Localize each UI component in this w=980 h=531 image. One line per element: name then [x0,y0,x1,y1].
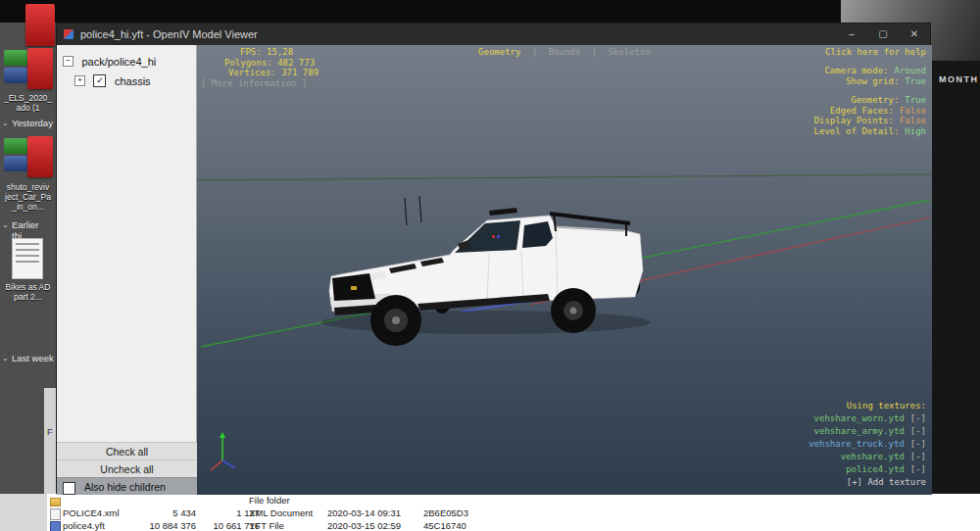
separator: | [592,47,597,57]
background-window-edge: F N [44,388,56,494]
desktop-item-label[interactable]: Bikes as AD [0,282,56,292]
check-all-button[interactable]: Check all [57,442,197,459]
tree-root-label: pack/police4_hi [81,56,156,68]
model-tree-panel: − pack/police4_hi + ✓ chassis Check all … [57,45,197,495]
more-information-link[interactable]: [ More information ] [201,78,318,89]
setting-geometry[interactable]: Geometry:True [814,95,926,106]
polygons-counter: Polygons: 482 773 [224,58,318,69]
tree-root-row[interactable]: − pack/police4_hi [63,52,156,70]
vertices-counter: Vertices: 371 789 [228,68,318,78]
table-row[interactable]: POLICE4.xml 5 434 1 127 XML Document 202… [47,507,980,519]
remove-texture-icon[interactable]: [-] [910,426,926,436]
file-type: XML Document [249,507,313,518]
camera-mode-line: Camera mode:Around [824,66,926,76]
desktop-item-label[interactable]: _ELS_2020_ [0,93,56,103]
3d-viewport[interactable]: FPS: 15,28 Polygons: 482 773 Vertices: 3… [197,45,932,495]
texture-item[interactable]: police4.ytd[-] [808,463,926,476]
axes-gizmo-icon [205,430,240,473]
tree-item-chassis[interactable]: + ✓ chassis [74,72,151,89]
window-titlebar[interactable]: police4_hi.yft - OpenIV Model Viewer – ▢… [57,24,930,45]
close-button[interactable]: ✕ [899,24,930,45]
chevron-down-icon[interactable]: ⌄ [2,119,9,127]
help-link[interactable]: Click here for help [825,47,926,58]
archive-icon[interactable] [4,68,27,83]
texture-item[interactable]: vehshare_worn.ytd[-] [808,412,926,425]
file-hash: 45C16740 [423,520,466,531]
chevron-down-icon[interactable]: ⌄ [2,220,9,229]
maximize-button[interactable]: ▢ [867,24,899,45]
archive-icon[interactable] [25,4,55,46]
archive-icon[interactable] [4,138,27,154]
taskbar-strip [0,0,980,23]
render-settings: Geometry:True Edged Faces:False Display … [814,95,926,136]
file-date: 2020-03-15 02:59 [327,520,401,531]
uncheck-all-button[interactable]: Uncheck all [57,459,197,477]
background-panel [931,23,980,531]
show-grid-line: Show grid:True [824,76,926,87]
remove-texture-icon[interactable]: [-] [910,413,926,423]
desktop-item-label[interactable]: ject_Car_Pa [0,192,56,202]
separator: | [532,47,537,57]
setting-display-points[interactable]: Display Points:False [814,116,926,126]
texture-list: Using textures: vehshare_worn.ytd[-] veh… [808,400,926,489]
view-mode-tabs: Geometry | Bounds | Skeleton [197,47,932,58]
section-header-lastweek[interactable]: Last week [12,353,54,363]
setting-edged-faces[interactable]: Edged Faces:False [814,106,926,117]
desktop-item-label[interactable]: _in_on... [0,202,56,212]
section-header-yesterday[interactable]: Yesterday [12,118,53,128]
month-label: MONTH [939,74,979,84]
window-title: police4_hi.yft - OpenIV Model Viewer [80,28,258,40]
file-name: police4.yft [63,520,105,531]
expand-icon[interactable]: + [74,75,85,86]
table-row-folder[interactable]: File folder [47,494,980,507]
archive-icon[interactable] [27,136,53,177]
collapse-icon[interactable]: − [63,56,74,67]
also-hide-checkbox[interactable] [63,482,75,495]
tree-item-label: chassis [115,75,151,87]
partial-text: F [47,427,53,437]
desktop-item-label[interactable]: ado (1 [0,103,56,113]
add-texture-button[interactable]: [+] Add texture [808,476,926,489]
file-list-panel: File folder POLICE4.xml 5 434 1 127 XML … [0,494,980,531]
file-date: 2020-03-14 09:31 [327,507,401,518]
texture-item[interactable]: vehshare_army.ytd[-] [808,425,926,438]
file-type: File folder [249,495,290,506]
yft-file-icon [50,521,61,531]
remove-texture-icon[interactable]: [-] [910,452,926,461]
also-hide-children-row[interactable]: Also hide children [57,477,197,495]
table-row[interactable]: police4.yft 10 884 376 10 661 716 YFT Fi… [47,519,980,531]
remove-texture-icon[interactable]: [-] [910,464,926,474]
texture-item[interactable]: vehshare.ytd[-] [808,451,926,463]
tab-skeleton[interactable]: Skeleton [609,47,651,57]
file-size: 10 884 376 [137,520,196,531]
file-name: POLICE4.xml [63,507,120,518]
chevron-down-icon[interactable]: ⌄ [2,354,9,362]
also-hide-label: Also hide children [84,481,166,493]
remove-texture-icon[interactable]: [-] [910,439,926,449]
folder-icon [50,498,61,507]
camera-info: Camera mode:Around Show grid:True [824,66,926,86]
archive-icon[interactable] [4,50,27,66]
minimize-button[interactable]: – [836,24,867,45]
list-left-margin [0,494,47,531]
file-hash: 2B6E05D3 [423,507,468,518]
desktop-item-label[interactable]: shuto_reviv [0,182,56,192]
tab-bounds[interactable]: Bounds [549,47,581,57]
document-icon[interactable] [12,238,43,279]
desktop-item-label[interactable]: part 2... [0,292,56,302]
truck-model[interactable] [321,196,651,346]
textures-header: Using textures: [808,400,926,412]
app-icon [64,29,74,39]
archive-icon[interactable] [4,156,27,171]
desktop-icon-column: _ELS_2020_ ado (1 ⌄ Yesterday shuto_revi… [0,23,56,494]
setting-level-of-detail[interactable]: Level of Detail:High [814,126,926,137]
file-type: YFT File [249,520,284,531]
texture-item[interactable]: vehshare_truck.ytd[-] [808,438,926,451]
model-viewer-window: police4_hi.yft - OpenIV Model Viewer – ▢… [56,23,931,494]
tab-geometry[interactable]: Geometry [478,47,520,57]
file-size: 5 434 [137,507,196,518]
chassis-checkbox[interactable]: ✓ [93,74,106,87]
archive-icon[interactable] [27,48,53,89]
